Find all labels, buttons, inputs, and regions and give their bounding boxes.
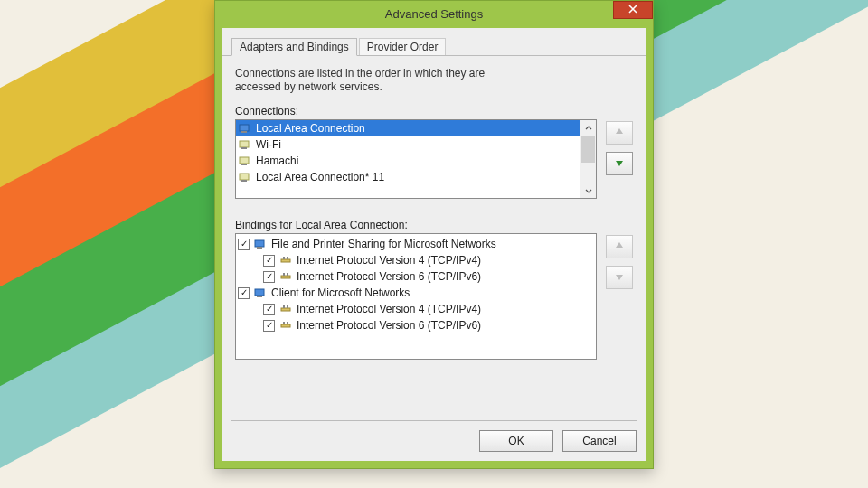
close-icon [628,0,637,23]
tab-panel-adapters: Connections are listed in the order in w… [222,56,646,369]
svg-rect-15 [287,273,288,276]
checkbox[interactable] [238,239,250,250]
svg-rect-11 [283,257,285,259]
protocol-icon [278,269,293,284]
list-item-label: Wi-Fi [256,138,281,151]
network-adapter-icon [238,170,252,184]
svg-rect-1 [241,131,247,133]
list-item[interactable]: Local Area Connection [236,120,596,136]
tree-item-label: Internet Protocol Version 6 (TCP/IPv6) [297,270,481,283]
checkbox[interactable] [263,320,275,332]
svg-rect-20 [287,305,288,308]
service-icon [253,237,268,251]
svg-rect-23 [287,322,288,324]
svg-rect-13 [281,276,290,278]
cancel-button[interactable]: Cancel [562,430,637,452]
connections-label: Connections: [235,105,633,117]
checkbox[interactable] [263,255,275,267]
svg-rect-14 [283,273,285,276]
tree-item[interactable]: File and Printer Sharing for Microsoft N… [238,236,594,252]
scroll-thumb[interactable] [581,136,595,163]
move-up-button[interactable] [606,235,633,258]
tree-item[interactable]: Internet Protocol Version 6 (TCP/IPv6) [238,317,594,333]
bindings-order-buttons [606,235,633,289]
tab-adapters-and-bindings[interactable]: Adapters and Bindings [231,38,357,56]
tree-item[interactable]: Internet Protocol Version 4 (TCP/IPv4) [238,301,594,317]
svg-rect-17 [257,296,262,297]
arrow-up-icon [614,240,625,254]
dialog-buttons: OK Cancel [479,430,637,452]
tree-item-label: File and Printer Sharing for Microsoft N… [271,238,496,250]
svg-rect-12 [287,257,288,259]
separator [231,420,637,421]
tab-provider-order[interactable]: Provider Order [359,38,447,55]
list-item[interactable]: Local Area Connection* 11 [236,169,596,185]
scroll-up-button[interactable] [581,120,595,136]
titlebar[interactable]: Advanced Settings [215,1,653,28]
protocol-icon [278,302,293,316]
ok-button[interactable]: OK [479,430,553,452]
list-item-label: Local Area Connection [256,122,365,135]
arrow-down-icon [614,157,625,171]
svg-rect-10 [281,259,290,262]
tab-strip: Adapters and Bindings Provider Order [222,35,646,56]
bindings-treeview[interactable]: File and Printer Sharing for Microsoft N… [235,233,597,360]
move-up-button[interactable] [606,121,633,145]
tree-item[interactable]: Client for Microsoft Networks [238,285,594,301]
svg-rect-16 [255,289,264,296]
client-area: Adapters and Bindings Provider Order Con… [222,28,646,461]
network-adapter-icon [238,154,252,168]
arrow-up-icon [614,127,625,140]
tree-item[interactable]: Internet Protocol Version 6 (TCP/IPv6) [238,268,594,285]
connections-listbox[interactable]: Local Area Connection Wi-Fi [235,119,597,199]
close-button[interactable] [613,1,653,19]
scrollbar[interactable] [580,120,596,198]
svg-rect-5 [241,164,247,165]
chevron-down-icon [585,184,592,197]
move-down-button[interactable] [606,266,633,289]
svg-rect-9 [257,247,262,249]
svg-rect-7 [241,180,247,182]
window-title: Advanced Settings [385,7,483,21]
svg-rect-21 [281,324,290,327]
bindings-label: Bindings for Local Area Connection: [235,219,633,231]
service-icon [253,286,268,300]
info-text: Connections are listed in the order in w… [235,67,533,94]
protocol-icon [278,253,293,267]
svg-rect-22 [283,322,285,324]
svg-rect-2 [240,141,249,147]
svg-rect-4 [240,157,249,164]
svg-rect-8 [255,240,264,247]
list-item[interactable]: Hamachi [236,153,596,169]
dialog-window: Advanced Settings Adapters and Bindings … [214,0,654,469]
checkbox[interactable] [263,304,275,315]
tree-item-label: Client for Microsoft Networks [271,286,410,299]
chevron-up-icon [585,122,592,135]
list-item-label: Local Area Connection* 11 [256,171,384,183]
svg-rect-19 [283,305,285,308]
tree-item-label: Internet Protocol Version 4 (TCP/IPv4) [297,254,481,267]
svg-rect-3 [241,147,247,149]
tree-item-label: Internet Protocol Version 6 (TCP/IPv6) [297,319,481,332]
network-adapter-icon [238,137,252,152]
network-adapter-icon [238,121,252,136]
scroll-down-button[interactable] [581,183,595,198]
connections-order-buttons [606,121,633,175]
checkbox[interactable] [263,271,275,283]
protocol-icon [278,318,293,333]
svg-rect-6 [240,174,249,180]
checkbox[interactable] [238,287,250,299]
arrow-down-icon [614,271,625,285]
move-down-button[interactable] [606,152,633,175]
tree-item-label: Internet Protocol Version 4 (TCP/IPv4) [297,303,481,315]
list-item-label: Hamachi [256,155,298,167]
svg-rect-18 [281,308,290,311]
tree-item[interactable]: Internet Protocol Version 4 (TCP/IPv4) [238,252,594,268]
list-item[interactable]: Wi-Fi [236,136,596,153]
svg-rect-0 [240,125,249,131]
